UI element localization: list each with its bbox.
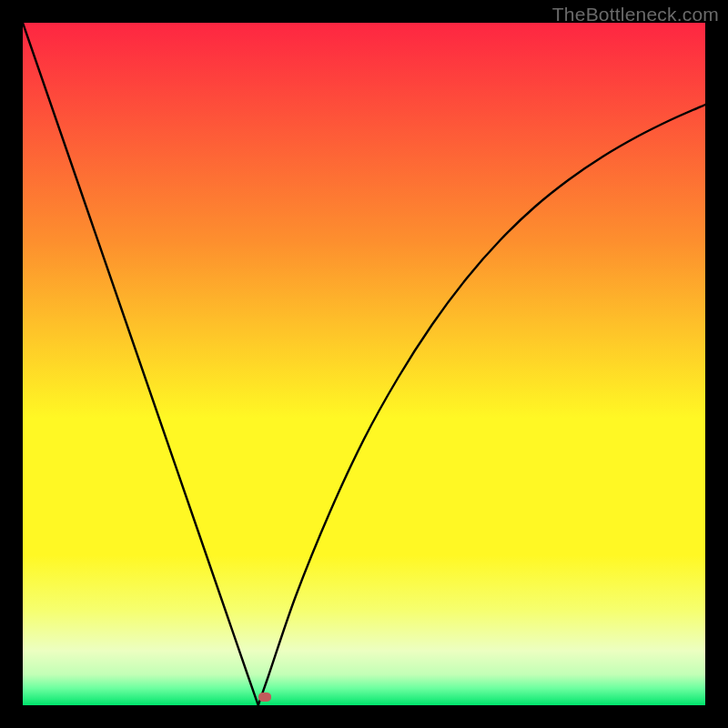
chart-frame: TheBottleneck.com (0, 0, 728, 728)
plot-area (23, 23, 705, 705)
bottleneck-curve (23, 23, 705, 705)
optimal-point-marker (258, 693, 271, 702)
watermark-text: TheBottleneck.com (552, 4, 719, 25)
